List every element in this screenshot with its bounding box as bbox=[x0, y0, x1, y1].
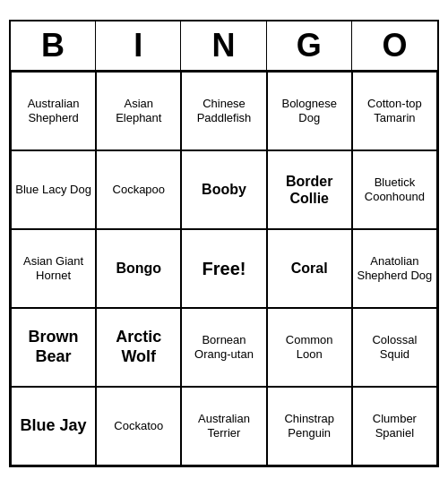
bingo-cell-11: Bongo bbox=[96, 229, 181, 308]
bingo-cell-16: Arctic Wolf bbox=[96, 308, 181, 387]
bingo-cell-12: Free! bbox=[181, 229, 266, 308]
bingo-cell-9: Bluetick Coonhound bbox=[352, 150, 437, 229]
bingo-card: BINGO Australian ShepherdAsian ElephantC… bbox=[9, 20, 439, 467]
bingo-cell-1: Asian Elephant bbox=[96, 72, 181, 150]
bingo-cell-5: Blue Lacy Dog bbox=[11, 150, 96, 229]
bingo-cell-18: Common Loon bbox=[267, 308, 352, 387]
bingo-cell-3: Bolognese Dog bbox=[267, 72, 352, 150]
bingo-cell-14: Anatolian Shepherd Dog bbox=[352, 229, 437, 308]
bingo-cell-20: Blue Jay bbox=[11, 387, 96, 466]
bingo-cell-17: Bornean Orang-utan bbox=[181, 308, 266, 387]
bingo-cell-19: Colossal Squid bbox=[352, 308, 437, 387]
bingo-grid: Australian ShepherdAsian ElephantChinese… bbox=[11, 72, 437, 466]
bingo-cell-8: Border Collie bbox=[267, 150, 352, 229]
bingo-cell-6: Cockapoo bbox=[96, 150, 181, 229]
bingo-letter-N: N bbox=[181, 21, 266, 70]
bingo-cell-22: Australian Terrier bbox=[181, 387, 266, 466]
bingo-cell-23: Chinstrap Penguin bbox=[267, 387, 352, 466]
bingo-cell-13: Coral bbox=[267, 229, 352, 308]
bingo-letter-B: B bbox=[11, 21, 96, 70]
bingo-cell-15: Brown Bear bbox=[11, 308, 96, 387]
bingo-cell-0: Australian Shepherd bbox=[11, 72, 96, 150]
bingo-letter-G: G bbox=[267, 21, 352, 70]
bingo-cell-4: Cotton-top Tamarin bbox=[352, 72, 437, 150]
bingo-cell-21: Cockatoo bbox=[96, 387, 181, 466]
bingo-letter-O: O bbox=[352, 21, 437, 70]
bingo-cell-10: Asian Giant Hornet bbox=[11, 229, 96, 308]
bingo-letter-I: I bbox=[96, 21, 181, 70]
bingo-cell-2: Chinese Paddlefish bbox=[181, 72, 266, 150]
bingo-header: BINGO bbox=[11, 21, 437, 72]
bingo-cell-24: Clumber Spaniel bbox=[352, 387, 437, 466]
bingo-cell-7: Booby bbox=[181, 150, 266, 229]
